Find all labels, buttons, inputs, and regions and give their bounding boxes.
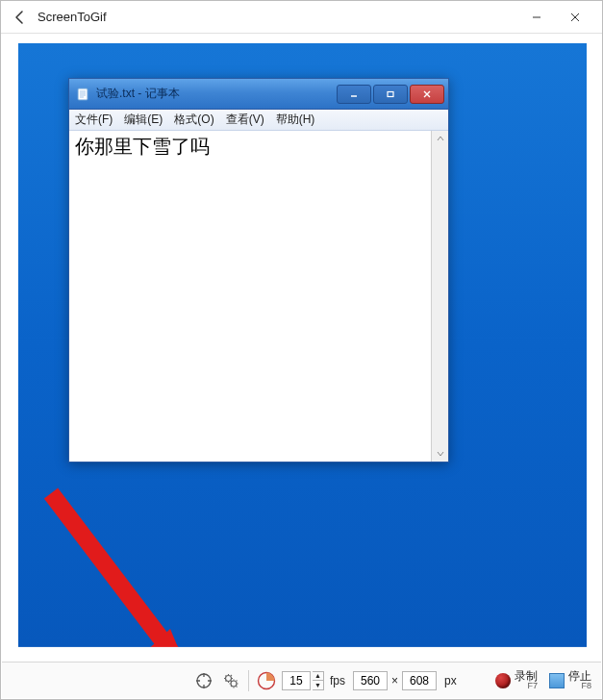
stop-button[interactable]: 停止 F8 (545, 667, 595, 694)
fps-label: fps (330, 674, 345, 688)
notepad-minimize-button[interactable] (337, 85, 371, 104)
frame-rate-icon-button[interactable] (255, 669, 278, 692)
crosshair-button[interactable] (192, 669, 215, 692)
app-title: ScreenToGif (38, 10, 107, 24)
svg-rect-1 (388, 91, 393, 96)
capture-region: 试验.txt - 记事本 文件(F) 编辑(E) 格式(O) (14, 39, 590, 651)
fps-up[interactable]: ▲ (313, 672, 323, 682)
scroll-up-button[interactable] (432, 131, 448, 146)
window-controls (517, 3, 594, 32)
height-input[interactable] (402, 671, 437, 690)
titlebar: ScreenToGif (1, 1, 602, 34)
minimize-icon (349, 90, 359, 98)
back-button[interactable] (9, 6, 32, 29)
svg-point-4 (226, 675, 232, 681)
menu-view[interactable]: 查看(V) (226, 112, 264, 128)
screentogif-window: ScreenToGif 试验.txt - 记事本 (0, 0, 603, 700)
notepad-textarea[interactable]: 你那里下雪了吗 (69, 131, 448, 462)
annotation-arrow (30, 488, 222, 651)
arrow-left-icon (13, 10, 28, 25)
fps-input[interactable] (282, 671, 311, 690)
notepad-icon (75, 87, 90, 102)
width-input[interactable] (353, 671, 388, 690)
chevron-down-icon (437, 451, 444, 457)
notepad-scrollbar[interactable] (431, 131, 448, 462)
svg-point-5 (231, 681, 237, 687)
notepad-content[interactable]: 你那里下雪了吗 (69, 131, 431, 462)
control-bar: ▲ ▼ fps × px 录制 F7 停止 F8 (2, 662, 601, 698)
menu-help[interactable]: 帮助(H) (276, 112, 315, 128)
close-icon (422, 90, 432, 98)
menu-edit[interactable]: 编辑(E) (124, 112, 163, 128)
notepad-close-button[interactable] (410, 85, 444, 104)
desktop-edge (18, 646, 587, 647)
gear-icon (222, 672, 239, 689)
notepad-menubar: 文件(F) 编辑(E) 格式(O) 查看(V) 帮助(H) (69, 110, 448, 131)
dim-x: × (391, 674, 398, 688)
notepad-window-controls (335, 83, 446, 106)
record-label-stack: 录制 F7 (515, 670, 538, 690)
crosshair-icon (195, 672, 213, 689)
settings-button[interactable] (219, 669, 242, 692)
stop-label-stack: 停止 F8 (568, 670, 591, 690)
svg-marker-2 (141, 629, 191, 651)
close-icon (570, 12, 580, 22)
record-key: F7 (515, 682, 538, 690)
menu-file[interactable]: 文件(F) (75, 112, 113, 128)
stop-key: F8 (568, 682, 591, 690)
record-button[interactable]: 录制 F7 (491, 667, 541, 694)
menu-format[interactable]: 格式(O) (174, 112, 214, 128)
notepad-title: 试验.txt - 记事本 (96, 86, 180, 102)
stop-icon (549, 673, 565, 688)
fps-control: ▲ ▼ fps (282, 671, 349, 690)
px-label: px (444, 674, 457, 688)
notepad-window[interactable]: 试验.txt - 记事本 文件(F) 编辑(E) 格式(O) (68, 78, 449, 462)
svg-rect-0 (78, 88, 88, 100)
chevron-up-icon (437, 136, 444, 141)
divider (248, 670, 249, 691)
fps-down[interactable]: ▼ (313, 681, 323, 689)
notepad-maximize-button[interactable] (373, 85, 408, 104)
notepad-titlebar[interactable]: 试验.txt - 记事本 (69, 79, 448, 110)
scroll-track[interactable] (432, 146, 448, 446)
maximize-icon (386, 90, 395, 98)
close-button[interactable] (556, 3, 594, 32)
record-icon (495, 673, 511, 688)
fps-spinner: ▲ ▼ (313, 671, 324, 690)
minimize-icon (532, 12, 541, 22)
timer-pie-icon (257, 671, 276, 690)
minimize-button[interactable] (517, 3, 556, 32)
scroll-down-button[interactable] (432, 446, 448, 462)
